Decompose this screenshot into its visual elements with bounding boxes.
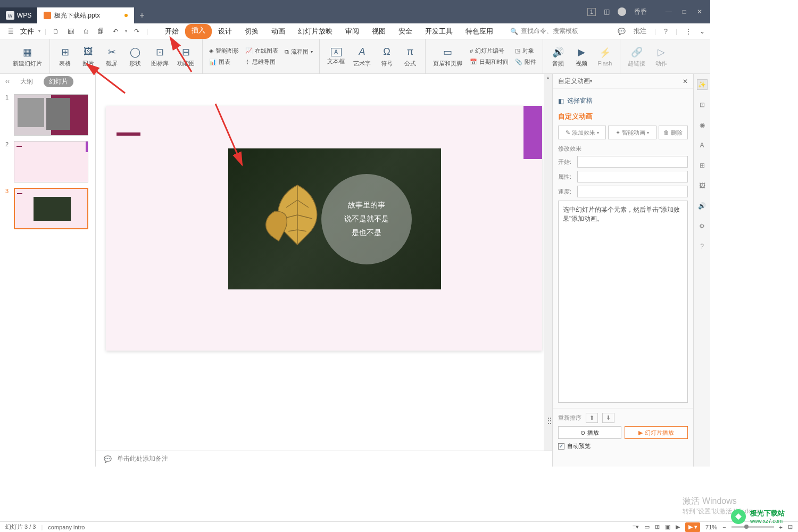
sidebar-design-icon[interactable]: ⊡	[697, 99, 708, 110]
tab-animation[interactable]: 动画	[265, 24, 292, 39]
shapes-button[interactable]: ◯形状	[124, 44, 146, 70]
undo-chevron-icon[interactable]: ▾	[125, 29, 127, 34]
sidebar-audio-icon[interactable]: 🔊	[697, 201, 708, 211]
sidebar-text-icon[interactable]: A	[697, 140, 708, 151]
icon-library-button[interactable]: ⊡图标库	[148, 44, 172, 70]
smartart-button[interactable]: ◈智能图形	[207, 46, 241, 56]
mindmap-button[interactable]: ⊹思维导图	[243, 57, 280, 67]
move-up-button[interactable]: ⬆	[586, 413, 598, 423]
slide-image[interactable]: 故事里的事 说不是就不是 是也不是	[228, 148, 441, 289]
new-tab-button[interactable]: +	[134, 7, 150, 23]
tab-design[interactable]: 设计	[212, 24, 238, 39]
print-icon[interactable]: ⎙	[80, 26, 91, 37]
redo-icon[interactable]: ↷	[131, 26, 142, 37]
datetime-button[interactable]: 📅日期和时间	[468, 57, 511, 67]
tab-transition[interactable]: 切换	[238, 24, 265, 39]
online-chart-button[interactable]: 📈在线图表	[243, 46, 280, 56]
file-menu-chevron-icon[interactable]: ▾	[38, 29, 40, 34]
table-button[interactable]: ⊞表格	[54, 44, 76, 70]
quick-access-icon[interactable]: 🗐	[95, 26, 106, 37]
slide-decoration-bar	[117, 132, 140, 136]
notes-bar[interactable]: 💬 单击此处添加备注	[96, 451, 552, 467]
close-button[interactable]: ✕	[697, 8, 702, 15]
sidebar-shape-icon[interactable]: ◉	[697, 120, 708, 130]
file-menu[interactable]: 文件	[20, 27, 34, 36]
audio-button[interactable]: 🔊音频	[547, 44, 569, 70]
tab-view[interactable]: 视图	[365, 24, 392, 39]
textbox-button[interactable]: A文本框	[324, 46, 348, 68]
tab-special[interactable]: 特色应用	[459, 24, 500, 39]
print-preview-icon[interactable]: 🗟	[65, 26, 76, 37]
slide-canvas[interactable]: 故事里的事 说不是就不是 是也不是	[106, 106, 542, 351]
ribbon-chevron-icon[interactable]: ⌄	[700, 28, 705, 35]
sidebar-image-icon[interactable]: 🖼	[697, 180, 708, 191]
undo-icon[interactable]: ↶	[110, 26, 121, 37]
comment-label[interactable]: 批注	[634, 27, 646, 36]
panel-close-icon[interactable]: ✕	[683, 78, 688, 85]
save-icon[interactable]: 🗋	[51, 26, 61, 37]
badge-icon[interactable]: 1	[587, 8, 596, 16]
object-button[interactable]: ◳对象	[513, 46, 538, 56]
wordart-button[interactable]: A艺术字	[350, 44, 374, 70]
collapse-panel-icon[interactable]: ‹‹	[5, 78, 10, 85]
func-chart-button[interactable]: ⊟功能图	[174, 44, 198, 70]
image-button[interactable]: 🖼图片	[78, 44, 99, 70]
speed-select[interactable]	[577, 186, 688, 197]
username[interactable]: 香香	[634, 7, 647, 16]
sidebar-layout-icon[interactable]: ⊞	[697, 160, 708, 171]
slideshow-play-button[interactable]: ▶幻灯片播放	[625, 426, 688, 439]
property-select[interactable]	[577, 171, 688, 182]
wps-home-tab[interactable]: W WPS	[0, 7, 37, 23]
screenshot-button[interactable]: ✂截屏	[101, 44, 122, 70]
add-effect-button[interactable]: ✎添加效果▾	[558, 126, 606, 139]
tab-review[interactable]: 审阅	[339, 24, 365, 39]
minimize-button[interactable]: —	[666, 8, 672, 15]
action-button[interactable]: ▷动作	[651, 44, 672, 70]
formula-button[interactable]: π公式	[400, 44, 421, 70]
pencil-icon: ✎	[566, 129, 570, 136]
menu-hamburger-icon[interactable]: ☰	[5, 26, 16, 37]
panel-dropdown-icon[interactable]: ▾	[590, 79, 592, 84]
skin-icon[interactable]: ◫	[604, 8, 610, 15]
attachment-button[interactable]: 📎附件	[513, 57, 538, 67]
play-icon: ⊙	[580, 429, 585, 436]
smart-anim-button[interactable]: ✦智能动画▾	[608, 126, 656, 139]
tab-security[interactable]: 安全	[392, 24, 419, 39]
flash-button[interactable]: ⚡Flash	[594, 44, 616, 69]
video-button[interactable]: ▶视频	[571, 44, 592, 70]
maximize-button[interactable]: □	[683, 8, 686, 15]
sidebar-tools-icon[interactable]: ⚙	[697, 221, 708, 231]
symbol-button[interactable]: Ω符号	[376, 44, 397, 70]
slide-thumb-3[interactable]: 3	[5, 188, 90, 229]
slide-thumb-2[interactable]: 2	[5, 141, 90, 182]
help-icon[interactable]: ?	[664, 28, 668, 35]
comment-icon[interactable]: 💬	[618, 28, 626, 35]
new-slide-button[interactable]: ▦ 新建幻灯片	[10, 44, 45, 70]
sidebar-animation-icon[interactable]: ✨	[697, 79, 708, 90]
tab-insert[interactable]: 插入	[185, 24, 212, 39]
chart-button[interactable]: 📊图表	[207, 57, 241, 67]
slide-thumb-1[interactable]: 1	[5, 94, 90, 136]
play-button[interactable]: ⊙播放	[558, 426, 621, 439]
vertical-scrollbar[interactable]: ▴	[544, 74, 552, 451]
sidebar-help-icon[interactable]: ?	[697, 241, 708, 252]
slides-tab[interactable]: 幻灯片	[44, 76, 73, 87]
auto-preview-checkbox[interactable]: ✓ 自动预览	[558, 442, 688, 450]
move-down-button[interactable]: ⬇	[602, 413, 614, 423]
select-pane-link[interactable]: ◧ 选择窗格	[558, 94, 688, 107]
outline-tab[interactable]: 大纲	[20, 77, 33, 86]
header-footer-button[interactable]: ▭页眉和页脚	[430, 44, 466, 70]
hyperlink-button[interactable]: 🔗超链接	[625, 44, 649, 70]
tab-slideshow[interactable]: 幻灯片放映	[292, 24, 339, 39]
new-slide-icon: ▦	[21, 46, 34, 59]
delete-button[interactable]: 🗑删除	[659, 126, 688, 139]
tab-devtools[interactable]: 开发工具	[419, 24, 459, 39]
start-select[interactable]	[577, 156, 688, 168]
user-avatar-icon[interactable]	[618, 7, 626, 16]
slide-number-button[interactable]: #幻灯片编号	[468, 46, 511, 56]
search-placeholder[interactable]: 查找命令、搜索模板	[521, 27, 578, 36]
tab-start[interactable]: 开始	[159, 24, 185, 39]
file-tab[interactable]: 极光下载站.pptx	[37, 7, 134, 23]
flowchart-button[interactable]: ⧉流程图▾	[282, 47, 315, 57]
collapse-ribbon-icon[interactable]: ⋮	[685, 28, 692, 35]
